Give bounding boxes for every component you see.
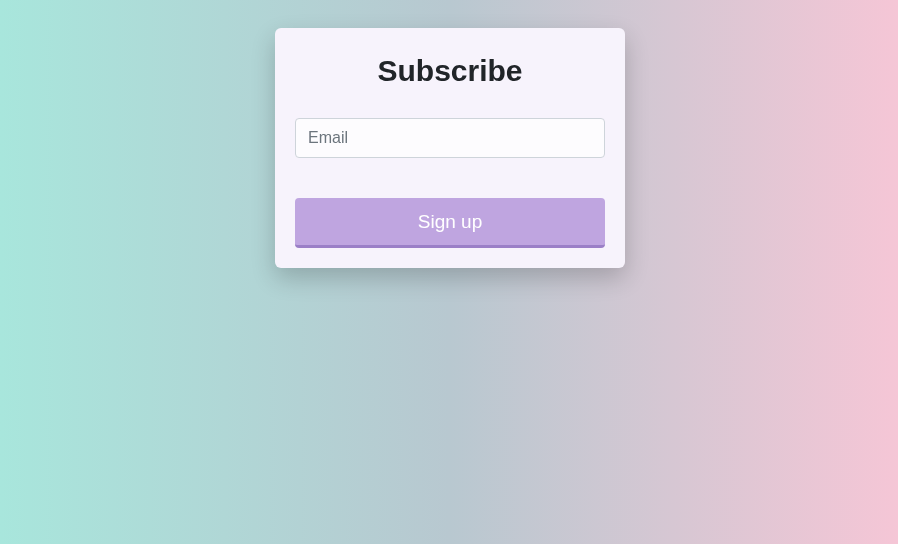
- signup-button[interactable]: Sign up: [295, 198, 605, 248]
- card-title: Subscribe: [295, 54, 605, 88]
- email-field[interactable]: [295, 118, 605, 158]
- subscribe-card: Subscribe Sign up: [275, 28, 625, 268]
